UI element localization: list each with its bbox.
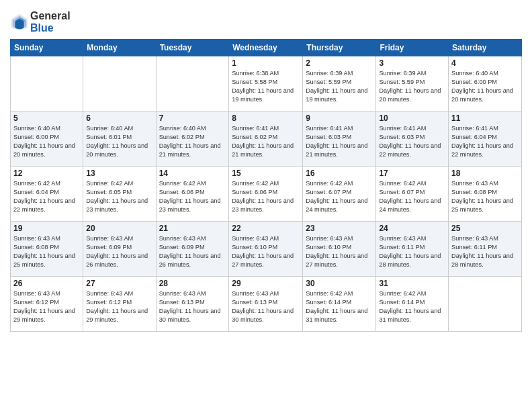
table-row: 2Sunrise: 6:39 AMSunset: 5:59 PMDaylight… bbox=[303, 56, 376, 111]
calendar-week-row: 12Sunrise: 6:42 AMSunset: 6:04 PMDayligh… bbox=[11, 167, 522, 222]
table-row: 28Sunrise: 6:43 AMSunset: 6:13 PMDayligh… bbox=[156, 277, 229, 332]
table-row: 24Sunrise: 6:43 AMSunset: 6:11 PMDayligh… bbox=[376, 222, 449, 277]
day-info: Sunrise: 6:38 AMSunset: 5:58 PMDaylight:… bbox=[232, 69, 300, 104]
day-info: Sunrise: 6:41 AMSunset: 6:03 PMDaylight:… bbox=[379, 124, 445, 159]
header-tuesday: Tuesday bbox=[156, 40, 229, 56]
day-number: 3 bbox=[379, 58, 445, 68]
day-number: 25 bbox=[451, 224, 519, 233]
logo: General Blue bbox=[10, 10, 71, 34]
table-row bbox=[83, 56, 156, 111]
day-number: 21 bbox=[159, 224, 226, 233]
day-number: 29 bbox=[232, 279, 300, 288]
table-row: 12Sunrise: 6:42 AMSunset: 6:04 PMDayligh… bbox=[11, 167, 83, 222]
day-number: 15 bbox=[232, 169, 300, 178]
calendar-header-row: Sunday Monday Tuesday Wednesday Thursday… bbox=[11, 40, 522, 56]
day-info: Sunrise: 6:41 AMSunset: 6:04 PMDaylight:… bbox=[451, 124, 519, 159]
day-info: Sunrise: 6:40 AMSunset: 6:01 PMDaylight:… bbox=[86, 124, 152, 159]
day-info: Sunrise: 6:43 AMSunset: 6:10 PMDaylight:… bbox=[232, 234, 300, 269]
table-row: 30Sunrise: 6:42 AMSunset: 6:14 PMDayligh… bbox=[303, 277, 376, 332]
table-row: 19Sunrise: 6:43 AMSunset: 6:08 PMDayligh… bbox=[11, 222, 83, 277]
day-info: Sunrise: 6:43 AMSunset: 6:13 PMDaylight:… bbox=[232, 289, 300, 324]
table-row: 7Sunrise: 6:40 AMSunset: 6:02 PMDaylight… bbox=[156, 111, 229, 167]
day-number: 31 bbox=[379, 279, 445, 288]
header-sunday: Sunday bbox=[11, 40, 83, 56]
day-info: Sunrise: 6:43 AMSunset: 6:11 PMDaylight:… bbox=[451, 234, 519, 269]
table-row: 31Sunrise: 6:42 AMSunset: 6:14 PMDayligh… bbox=[376, 277, 449, 332]
header-thursday: Thursday bbox=[303, 40, 376, 56]
day-number: 8 bbox=[232, 113, 300, 123]
table-row: 22Sunrise: 6:43 AMSunset: 6:10 PMDayligh… bbox=[229, 222, 303, 277]
day-info: Sunrise: 6:43 AMSunset: 6:08 PMDaylight:… bbox=[451, 179, 519, 214]
table-row: 11Sunrise: 6:41 AMSunset: 6:04 PMDayligh… bbox=[449, 111, 522, 167]
calendar-week-row: 5Sunrise: 6:40 AMSunset: 6:00 PMDaylight… bbox=[11, 111, 522, 167]
day-info: Sunrise: 6:43 AMSunset: 6:09 PMDaylight:… bbox=[86, 234, 152, 269]
calendar-week-row: 26Sunrise: 6:43 AMSunset: 6:12 PMDayligh… bbox=[11, 277, 522, 332]
table-row: 25Sunrise: 6:43 AMSunset: 6:11 PMDayligh… bbox=[449, 222, 522, 277]
table-row: 9Sunrise: 6:41 AMSunset: 6:03 PMDaylight… bbox=[303, 111, 376, 167]
day-info: Sunrise: 6:42 AMSunset: 6:14 PMDaylight:… bbox=[306, 289, 373, 324]
day-info: Sunrise: 6:43 AMSunset: 6:11 PMDaylight:… bbox=[379, 234, 445, 269]
day-info: Sunrise: 6:39 AMSunset: 5:59 PMDaylight:… bbox=[306, 69, 373, 104]
day-number: 17 bbox=[379, 169, 445, 178]
table-row: 16Sunrise: 6:42 AMSunset: 6:07 PMDayligh… bbox=[303, 167, 376, 222]
day-number: 2 bbox=[306, 58, 373, 68]
table-row: 15Sunrise: 6:42 AMSunset: 6:06 PMDayligh… bbox=[229, 167, 303, 222]
logo-icon bbox=[10, 13, 29, 32]
day-number: 11 bbox=[451, 113, 519, 123]
day-info: Sunrise: 6:40 AMSunset: 6:02 PMDaylight:… bbox=[159, 124, 226, 159]
day-info: Sunrise: 6:43 AMSunset: 6:13 PMDaylight:… bbox=[159, 289, 226, 324]
logo-general: General bbox=[30, 10, 71, 21]
table-row: 4Sunrise: 6:40 AMSunset: 6:00 PMDaylight… bbox=[449, 56, 522, 111]
page: General Blue Sunday Monday Tuesday Wedne… bbox=[0, 0, 532, 411]
day-number: 24 bbox=[379, 224, 445, 233]
day-number: 1 bbox=[232, 58, 300, 68]
table-row bbox=[449, 277, 522, 332]
table-row: 17Sunrise: 6:42 AMSunset: 6:07 PMDayligh… bbox=[376, 167, 449, 222]
day-number: 12 bbox=[13, 169, 80, 178]
table-row: 27Sunrise: 6:43 AMSunset: 6:12 PMDayligh… bbox=[83, 277, 156, 332]
table-row: 14Sunrise: 6:42 AMSunset: 6:06 PMDayligh… bbox=[156, 167, 229, 222]
day-number: 13 bbox=[86, 169, 152, 178]
table-row: 3Sunrise: 6:39 AMSunset: 5:59 PMDaylight… bbox=[376, 56, 449, 111]
day-number: 5 bbox=[13, 113, 80, 123]
day-number: 14 bbox=[159, 169, 226, 178]
day-number: 28 bbox=[159, 279, 226, 288]
calendar-week-row: 1Sunrise: 6:38 AMSunset: 5:58 PMDaylight… bbox=[11, 56, 522, 111]
day-number: 10 bbox=[379, 113, 445, 123]
day-info: Sunrise: 6:43 AMSunset: 6:10 PMDaylight:… bbox=[306, 234, 373, 269]
day-info: Sunrise: 6:43 AMSunset: 6:12 PMDaylight:… bbox=[86, 289, 152, 324]
table-row: 18Sunrise: 6:43 AMSunset: 6:08 PMDayligh… bbox=[449, 167, 522, 222]
day-number: 20 bbox=[86, 224, 152, 233]
table-row: 29Sunrise: 6:43 AMSunset: 6:13 PMDayligh… bbox=[229, 277, 303, 332]
day-number: 7 bbox=[159, 113, 226, 123]
day-info: Sunrise: 6:42 AMSunset: 6:06 PMDaylight:… bbox=[232, 179, 300, 214]
header: General Blue bbox=[10, 7, 522, 34]
table-row: 6Sunrise: 6:40 AMSunset: 6:01 PMDaylight… bbox=[83, 111, 156, 167]
table-row bbox=[156, 56, 229, 111]
day-number: 9 bbox=[306, 113, 373, 123]
day-info: Sunrise: 6:40 AMSunset: 6:00 PMDaylight:… bbox=[451, 69, 519, 104]
header-saturday: Saturday bbox=[449, 40, 522, 56]
table-row: 8Sunrise: 6:41 AMSunset: 6:02 PMDaylight… bbox=[229, 111, 303, 167]
day-info: Sunrise: 6:42 AMSunset: 6:07 PMDaylight:… bbox=[379, 179, 445, 214]
day-number: 4 bbox=[451, 58, 519, 68]
day-number: 23 bbox=[306, 224, 373, 233]
header-wednesday: Wednesday bbox=[229, 40, 303, 56]
calendar-table: Sunday Monday Tuesday Wednesday Thursday… bbox=[10, 39, 522, 332]
day-number: 18 bbox=[451, 169, 519, 178]
day-number: 30 bbox=[306, 279, 373, 288]
day-number: 6 bbox=[86, 113, 152, 123]
table-row: 1Sunrise: 6:38 AMSunset: 5:58 PMDaylight… bbox=[229, 56, 303, 111]
day-info: Sunrise: 6:40 AMSunset: 6:00 PMDaylight:… bbox=[13, 124, 80, 159]
day-number: 27 bbox=[86, 279, 152, 288]
day-number: 19 bbox=[13, 224, 80, 233]
table-row: 13Sunrise: 6:42 AMSunset: 6:05 PMDayligh… bbox=[83, 167, 156, 222]
day-number: 26 bbox=[13, 279, 80, 288]
day-info: Sunrise: 6:42 AMSunset: 6:14 PMDaylight:… bbox=[379, 289, 445, 324]
table-row: 10Sunrise: 6:41 AMSunset: 6:03 PMDayligh… bbox=[376, 111, 449, 167]
logo-text: General Blue bbox=[30, 10, 71, 34]
day-number: 22 bbox=[232, 224, 300, 233]
table-row: 5Sunrise: 6:40 AMSunset: 6:00 PMDaylight… bbox=[11, 111, 83, 167]
day-number: 16 bbox=[306, 169, 373, 178]
day-info: Sunrise: 6:42 AMSunset: 6:04 PMDaylight:… bbox=[13, 179, 80, 214]
